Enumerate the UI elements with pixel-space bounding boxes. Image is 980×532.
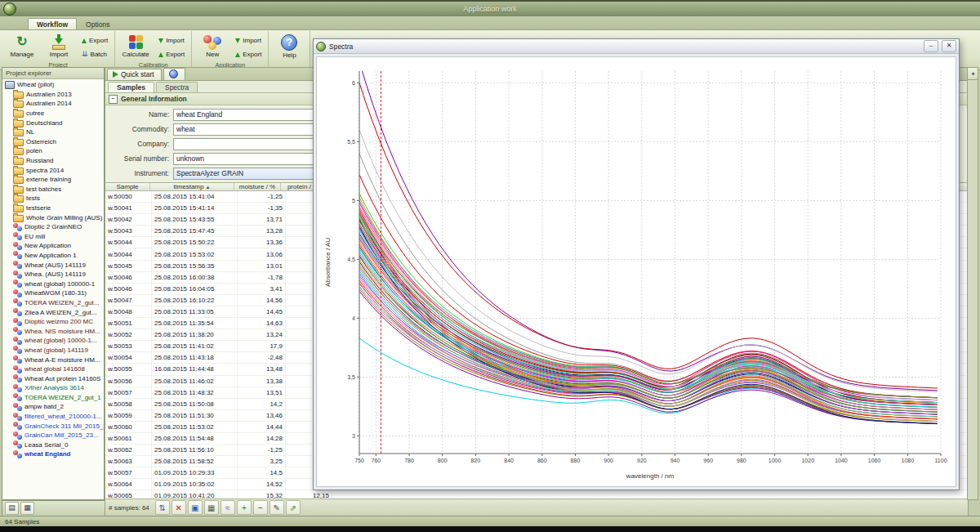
tree-item-label: wheat (global) 100000-1: [24, 280, 95, 288]
batch-button[interactable]: ⇊ Batch: [78, 48, 111, 60]
spectra-view-button[interactable]: ≈: [220, 500, 235, 515]
tree-item[interactable]: wheat (global) 10000-1...: [2, 336, 104, 346]
tree-item[interactable]: Australien 2014: [2, 99, 104, 109]
grid-view-button[interactable]: ▦: [20, 502, 34, 515]
table-cell: -1,78: [238, 272, 286, 283]
tree-item[interactable]: Dioptic weizmo 200 MC: [2, 317, 104, 327]
export-calibration-button[interactable]: Export: [155, 48, 188, 60]
tree-item[interactable]: X/ther Analysis 3614: [2, 383, 104, 393]
close-button[interactable]: ✕: [942, 40, 956, 52]
table-cell: w.50052: [105, 329, 152, 340]
import-calibration-button[interactable]: Import: [155, 34, 188, 47]
tree-item[interactable]: TOERA WEIZEN_2_gut...: [2, 298, 104, 308]
tree-item[interactable]: Wheat A-E moisture HM...: [2, 355, 104, 364]
tree-item[interactable]: wheat (global) 100000-1: [2, 279, 104, 288]
help-button[interactable]: ? Help: [272, 32, 306, 60]
tree-item-label: New Application: [24, 242, 71, 249]
tree-item[interactable]: Australien 2013: [2, 90, 104, 100]
spectra-chart[interactable]: 7507607808008208408608809009209409609801…: [322, 63, 951, 481]
tree-item[interactable]: wheat (global) 141119: [2, 346, 104, 355]
tree-item[interactable]: Österreich: [2, 137, 104, 147]
tree-item[interactable]: polen: [2, 146, 104, 156]
tree-item[interactable]: WheatWGM (180-31): [2, 288, 104, 298]
table-cell: w.50048: [105, 306, 152, 317]
tree-item[interactable]: spectra 2014: [2, 165, 104, 175]
tab-application-document[interactable]: [163, 68, 185, 80]
tree-item[interactable]: NL: [2, 127, 104, 137]
tree-item[interactable]: externe training: [2, 175, 104, 185]
tree-item[interactable]: wheat global 141608: [2, 364, 104, 374]
commodity-field-label: Commodity:: [105, 125, 173, 133]
tree-item[interactable]: Whea. (AUS) 141119: [2, 270, 104, 279]
minimize-button[interactable]: –: [924, 40, 938, 52]
table-cell: 25.08.2015 15:53:02: [152, 248, 238, 259]
svg-text:940: 940: [670, 458, 680, 463]
column-header[interactable]: Sample: [105, 183, 150, 190]
tree-item[interactable]: tests: [2, 194, 104, 203]
tree-item[interactable]: testserie: [2, 203, 104, 213]
svg-text:4: 4: [352, 315, 355, 320]
import-application-button[interactable]: Import: [232, 34, 265, 47]
svg-text:840: 840: [504, 458, 514, 463]
tree-item[interactable]: Wheat (AUS) 141119: [2, 260, 104, 270]
tree-item[interactable]: New Application: [2, 241, 104, 251]
tab-workflow[interactable]: Workflow: [28, 18, 77, 29]
import-project-button[interactable]: Import: [42, 32, 76, 60]
collapse-icon[interactable]: −: [109, 95, 118, 104]
tree-item[interactable]: wheat England: [2, 449, 104, 459]
export-project-button[interactable]: Export: [78, 34, 111, 47]
tree-item[interactable]: Deutschland: [2, 118, 104, 127]
tab-spectra[interactable]: Spectra: [156, 82, 198, 92]
tree-item[interactable]: New Application 1: [2, 251, 104, 261]
export-application-button[interactable]: Export: [232, 48, 265, 60]
tab-options[interactable]: Options: [77, 18, 118, 29]
tree-item[interactable]: ampw batd_2: [2, 402, 104, 412]
svg-text:980: 980: [737, 458, 746, 463]
table-cell: 14,2: [238, 399, 286, 409]
remove-button[interactable]: −: [253, 500, 268, 515]
save-button[interactable]: ▣: [188, 500, 203, 515]
edit-button[interactable]: ✎: [270, 500, 284, 515]
column-header[interactable]: moisture / %: [234, 183, 281, 190]
tree-item[interactable]: TOERA WEIZEN_2_gut_1: [2, 393, 104, 403]
column-header[interactable]: timestamp▲: [150, 183, 234, 190]
table-cell: w.50064: [105, 479, 152, 490]
calculate-label: Calculate: [122, 51, 149, 58]
tree-item[interactable]: EU mill: [2, 232, 104, 242]
tree-item[interactable]: GrainCheck 311 Mil_2015_2...: [2, 421, 104, 431]
table-cell: 13,24: [238, 329, 286, 340]
tree-item[interactable]: Whole Grain Milling (AUS): [2, 212, 104, 222]
tree-item[interactable]: GrainCan Mill_2015_23...: [2, 431, 104, 440]
table-view-button[interactable]: ▦: [204, 500, 219, 515]
spectra-window[interactable]: Spectra – ✕ 7507607808008208408608809009…: [313, 38, 960, 490]
tree-item[interactable]: Dioptic 2 GrainNEO: [2, 222, 104, 232]
expand-panel-button[interactable]: ◂: [968, 68, 978, 80]
list-view-button[interactable]: ▤: [5, 502, 19, 515]
table-cell: 14,28: [238, 433, 286, 444]
table-cell: 01.09.2015 10:29:33: [152, 467, 238, 478]
tab-quick-start[interactable]: Quick start: [107, 69, 162, 80]
app-icon: [13, 298, 22, 306]
reorder-button[interactable]: ⇅: [155, 500, 170, 515]
add-button[interactable]: +: [237, 500, 252, 515]
tree-item[interactable]: cutree: [2, 109, 104, 118]
calculate-button[interactable]: Calculate: [118, 32, 153, 60]
spectra-window-titlebar[interactable]: Spectra – ✕: [314, 39, 959, 54]
tree-item[interactable]: Whea. NIS moisture HM...: [2, 326, 104, 336]
delete-button[interactable]: ✕: [172, 500, 186, 515]
ribbon-group-application: New Import Export Application: [192, 31, 269, 69]
tree-item[interactable]: Zilea A WEIZEN_2_gut...: [2, 307, 104, 317]
tree-item[interactable]: test batches: [2, 185, 104, 194]
export-button[interactable]: ⇗: [286, 500, 301, 515]
new-application-button[interactable]: New: [195, 32, 229, 60]
tree-item[interactable]: Russland: [2, 156, 104, 166]
tree-item[interactable]: Wheat (pilot): [2, 80, 104, 90]
table-row[interactable]: w.5006501.09.2015 10:41:2015,3212,15: [105, 490, 968, 498]
manage-button[interactable]: ↻ Manage: [5, 32, 39, 60]
tree-item[interactable]: filtered_wheat_210000-1...: [2, 412, 104, 422]
tree-item[interactable]: Wheat Aut protein 14160S: [2, 373, 104, 383]
tab-samples[interactable]: Samples: [108, 82, 154, 92]
tree-item[interactable]: Leasa Serial_0: [2, 440, 104, 450]
titlebar[interactable]: Application work: [0, 0, 980, 16]
svg-text:1060: 1060: [868, 458, 881, 463]
